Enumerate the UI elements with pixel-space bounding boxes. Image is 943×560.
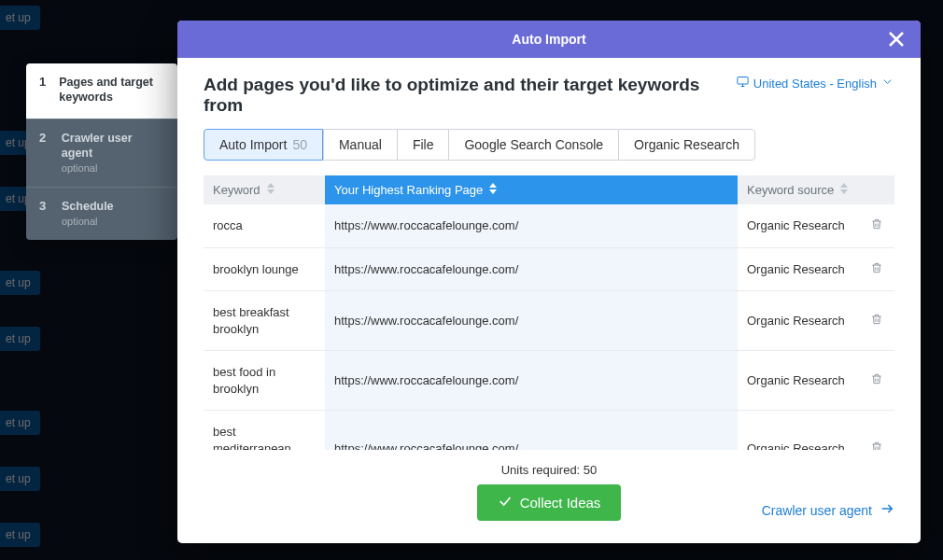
trash-icon: [870, 261, 883, 277]
table-row: best breakfast brooklyn https://www.rocc…: [204, 291, 894, 351]
step-number: 3: [39, 199, 49, 227]
tab-label: Auto Import: [219, 137, 287, 152]
wizard-stepper: 1 Pages and target keywords 2 Crawler us…: [26, 63, 177, 240]
modal-headline: Add pages you'd like to optimize and the…: [204, 75, 736, 116]
cell-keyword: best food in brooklyn: [204, 351, 325, 410]
modal-title: Auto Import: [512, 32, 585, 47]
units-required: Units required: 50: [501, 463, 598, 477]
wizard-step[interactable]: 1 Pages and target keywords: [26, 63, 177, 119]
cell-source: Organic Research: [738, 248, 859, 291]
arrow-right-icon: [880, 501, 894, 519]
table-row: brooklyn lounge https://www.roccacafelou…: [204, 248, 894, 292]
delete-row-button[interactable]: [859, 351, 894, 410]
cell-page: https://www.roccacafelounge.com/: [325, 248, 738, 291]
step-number: 2: [39, 131, 49, 175]
svg-rect-0: [738, 77, 748, 85]
cell-page: https://www.roccacafelounge.com/: [325, 204, 738, 247]
cell-source: Organic Research: [738, 411, 859, 450]
step-label: Schedule: [62, 199, 114, 214]
chevron-down-icon: [880, 75, 894, 91]
trash-icon: [870, 372, 883, 388]
sort-icon: [839, 183, 849, 197]
step-number: 1: [39, 75, 46, 105]
tab-label: Manual: [339, 137, 382, 152]
source-tabs: Auto Import50ManualFileGoogle Search Con…: [204, 129, 894, 161]
tab-count: 50: [292, 137, 307, 152]
step-optional: optional: [62, 216, 114, 227]
source-tab[interactable]: Google Search Console: [448, 129, 618, 161]
source-tab[interactable]: Auto Import50: [204, 129, 323, 161]
col-page-label: Your Highest Ranking Page: [334, 183, 483, 197]
check-icon: [498, 494, 513, 511]
table-body: rocca https://www.roccacafelounge.com/ O…: [204, 204, 894, 450]
cell-source: Organic Research: [738, 351, 859, 410]
cell-source: Organic Research: [738, 291, 859, 350]
tab-label: Organic Research: [634, 137, 739, 152]
delete-row-button[interactable]: [859, 204, 894, 247]
table-header: Keyword Your Highest Ranking Page Keywor…: [204, 175, 894, 204]
step-optional: optional: [62, 162, 164, 174]
source-tab[interactable]: Manual: [323, 129, 397, 161]
collect-ideas-label: Collect Ideas: [520, 495, 601, 511]
sort-icon: [266, 183, 275, 197]
close-icon[interactable]: [885, 28, 908, 54]
trash-icon: [870, 217, 883, 233]
collect-ideas-button[interactable]: Collect Ideas: [477, 484, 622, 521]
wizard-step[interactable]: 3 Schedule optional: [26, 187, 177, 240]
col-source[interactable]: Keyword source: [738, 175, 859, 204]
cell-page: https://www.roccacafelounge.com/: [325, 291, 738, 350]
cell-keyword: brooklyn lounge: [204, 248, 325, 291]
source-tab[interactable]: File: [397, 129, 449, 161]
col-actions: [859, 175, 894, 204]
keywords-table: Keyword Your Highest Ranking Page Keywor…: [204, 175, 894, 450]
location-label: United States - English: [753, 77, 877, 91]
step-label: Pages and target keywords: [59, 75, 164, 105]
cell-keyword: best mediterranean food nyc: [204, 411, 325, 450]
tab-label: File: [413, 137, 434, 152]
trash-icon: [870, 441, 883, 450]
table-row: best mediterranean food nyc https://www.…: [204, 411, 894, 450]
col-source-label: Keyword source: [747, 183, 834, 197]
next-step-label: Crawler user agent: [762, 503, 872, 518]
cell-page: https://www.roccacafelounge.com/: [325, 411, 738, 450]
location-selector[interactable]: United States - English: [736, 75, 894, 91]
cell-keyword: best breakfast brooklyn: [204, 291, 325, 350]
delete-row-button[interactable]: [859, 291, 894, 350]
trash-icon: [870, 313, 883, 329]
step-label: Crawler user agent: [62, 131, 164, 161]
table-row: best food in brooklyn https://www.roccac…: [204, 351, 894, 411]
table-row: rocca https://www.roccacafelounge.com/ O…: [204, 204, 894, 248]
wizard-step[interactable]: 2 Crawler user agent optional: [26, 119, 177, 188]
col-keyword-label: Keyword: [213, 183, 260, 197]
next-step-link[interactable]: Crawler user agent: [762, 501, 894, 519]
modal-header: Auto Import: [177, 21, 921, 58]
auto-import-modal: Auto Import Add pages you'd like to opti…: [177, 21, 921, 543]
delete-row-button[interactable]: [859, 248, 894, 291]
cell-source: Organic Research: [738, 204, 859, 247]
monitor-icon: [736, 75, 750, 91]
delete-row-button[interactable]: [859, 411, 894, 450]
source-tab[interactable]: Organic Research: [618, 129, 755, 161]
modal-footer: Units required: 50 Collect Ideas Crawler…: [177, 450, 921, 543]
modal-body: Add pages you'd like to optimize and the…: [177, 58, 921, 450]
sort-icon: [488, 183, 498, 197]
col-keyword[interactable]: Keyword: [204, 175, 325, 204]
col-page[interactable]: Your Highest Ranking Page: [325, 175, 738, 204]
tab-label: Google Search Console: [464, 137, 603, 152]
cell-keyword: rocca: [204, 204, 325, 247]
cell-page: https://www.roccacafelounge.com/: [325, 351, 738, 410]
